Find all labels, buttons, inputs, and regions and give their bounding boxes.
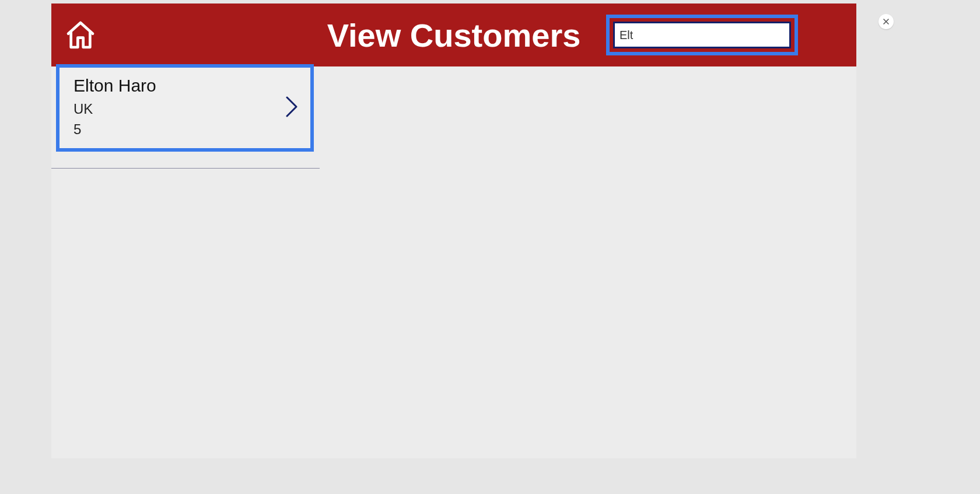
search-highlight xyxy=(606,15,798,55)
customer-name: Elton Haro xyxy=(74,76,299,96)
close-button[interactable] xyxy=(878,14,894,29)
search-container xyxy=(610,18,794,52)
customer-id: 5 xyxy=(74,120,299,140)
list-divider xyxy=(51,168,320,169)
customer-result-item[interactable]: Elton Haro UK 5 xyxy=(56,64,314,152)
app-frame: View Customers Elton Haro UK 5 xyxy=(51,3,856,458)
home-icon xyxy=(64,19,97,51)
page-title: View Customers xyxy=(327,16,581,54)
close-icon xyxy=(883,18,890,25)
search-input[interactable] xyxy=(613,22,791,48)
chevron-right-icon xyxy=(285,95,300,121)
home-button[interactable] xyxy=(64,19,97,51)
customer-location: UK xyxy=(74,99,299,120)
results-area: Elton Haro UK 5 xyxy=(51,64,856,169)
header-bar: View Customers xyxy=(51,3,856,66)
